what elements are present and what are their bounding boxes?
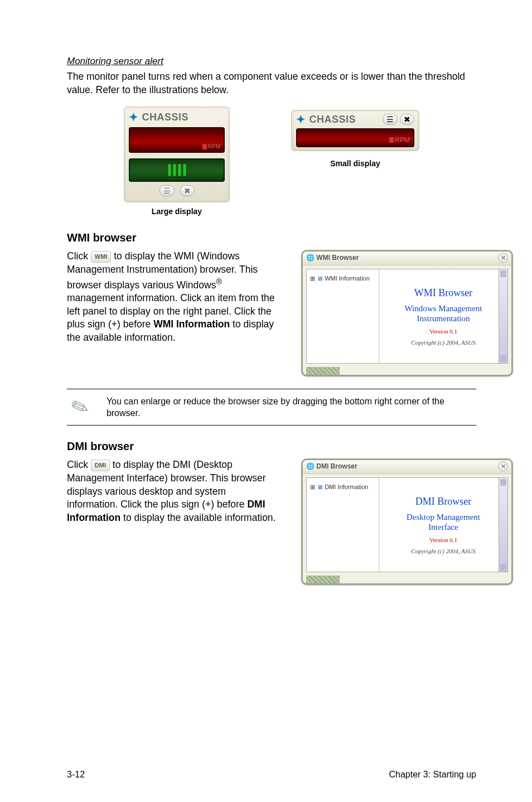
resize-grip[interactable] [306, 576, 340, 583]
lcd-green [129, 158, 225, 182]
note-text: You can enlarge or reduce the browser si… [107, 395, 472, 419]
config-icon[interactable]: ☰ [383, 114, 398, 125]
dmi-tree-pane[interactable]: ⊞ 🖥 DMI Information [307, 478, 379, 572]
dmi-version: Version 0.1 [429, 537, 457, 543]
close-icon[interactable]: ✖ [400, 114, 414, 125]
close-icon[interactable]: ✕ [498, 253, 508, 263]
close-icon[interactable]: ✕ [498, 461, 508, 471]
scrollbar[interactable] [499, 269, 507, 363]
dmi-title-text: DMI Browser [415, 496, 472, 508]
rpm-indicator-icon [202, 144, 207, 149]
dmi-button[interactable]: DMI [91, 460, 110, 471]
wmi-copyright: Copyright (c) 2004, ASUS [411, 339, 475, 346]
wmi-tree-item[interactable]: WMI Information [325, 275, 370, 282]
dmi-window-title: 🌐 DMI Browser [306, 462, 357, 470]
rpm-indicator-icon [389, 137, 394, 143]
wmi-title-text: WMI Browser [414, 287, 472, 299]
dmi-heading: DMI browser [67, 440, 476, 453]
close-icon[interactable]: ✖ [180, 185, 195, 196]
dmi-browser-window: 🌐 DMI Browser ✕ ⊞ 🖥 DMI Information DMI … [301, 458, 513, 585]
scrollbar[interactable] [499, 478, 507, 572]
wmi-browser-window: 🌐 WMI Browser ✕ ⊞ 🖥 WMI Information WMI … [301, 250, 513, 376]
lcd-red-large: RPM [129, 127, 225, 153]
fan-icon: ✦ [296, 113, 306, 126]
chassis-small-panel: ✦ CHASSIS ☰ ✖ RPM [291, 110, 419, 151]
lcd-red-small: RPM [296, 128, 414, 147]
wmi-subtitle-text: Windows ManagementInstrumentation [405, 303, 482, 323]
monitoring-body: The monitor panel turns red when a compo… [67, 70, 476, 96]
resize-grip[interactable] [306, 367, 340, 375]
rpm-label-small: RPM [395, 136, 410, 144]
large-caption: Large display [152, 207, 202, 216]
chassis-small-label: CHASSIS [309, 114, 356, 125]
dmi-content-pane: DMI Browser Desktop ManagementInterface … [379, 478, 507, 572]
monitoring-heading: Monitoring sensor alert [67, 56, 476, 67]
chassis-large-panel: ✦ CHASSIS RPM ☰ ✖ [124, 107, 230, 202]
small-caption: Small display [330, 159, 380, 168]
wmi-tree-pane[interactable]: ⊞ 🖥 WMI Information [307, 269, 379, 363]
dmi-paragraph: Click DMI to display the DMI (Desktop Ma… [67, 458, 279, 524]
dmi-copyright: Copyright (c) 2004, ASUS [411, 548, 475, 554]
wmi-version: Version 0.1 [429, 328, 457, 335]
wmi-content-pane: WMI Browser Windows ManagementInstrument… [379, 269, 507, 363]
config-icon[interactable]: ☰ [159, 185, 175, 196]
pencil-icon: ✎ [64, 392, 96, 423]
wmi-button[interactable]: WMI [91, 251, 112, 263]
page-number: 3-12 [67, 770, 85, 780]
chassis-large-label: CHASSIS [142, 112, 189, 123]
wmi-window-title: 🌐 WMI Browser [306, 254, 359, 262]
chapter-label: Chapter 3: Starting up [389, 770, 476, 780]
note-box: ✎ You can enlarge or reduce the browser … [67, 389, 476, 426]
dmi-tree-item[interactable]: DMI Information [325, 484, 368, 490]
rpm-label-large: RPM [208, 143, 220, 149]
dmi-subtitle-text: Desktop ManagementInterface [407, 512, 480, 532]
wmi-paragraph: Click WMI to display the WMI (Windows Ma… [67, 250, 279, 344]
fan-icon: ✦ [129, 110, 139, 124]
wmi-heading: WMI browser [67, 231, 476, 244]
